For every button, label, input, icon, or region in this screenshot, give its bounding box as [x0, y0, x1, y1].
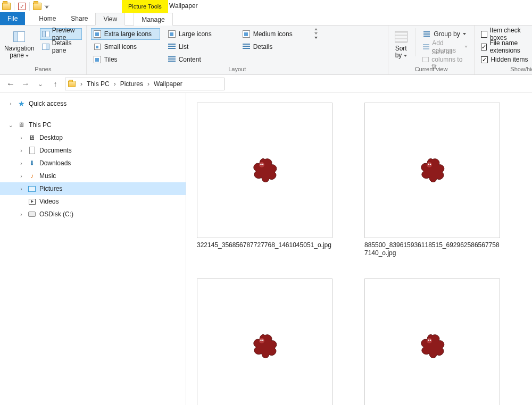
breadcrumb-separator[interactable]: [78, 80, 85, 88]
sort-by-button[interactable]: Sortby: [393, 27, 410, 59]
details-pane-label: Details pane: [52, 39, 80, 54]
tree-desktop[interactable]: 🖥 Desktop: [0, 131, 186, 144]
layout-expand-icon[interactable]: [314, 37, 318, 39]
tree-label: Downloads: [39, 159, 71, 167]
tree-osdisk[interactable]: OSDisk (C:): [0, 208, 186, 221]
chevron-down-icon: [404, 55, 407, 57]
address-bar[interactable]: This PC Pictures Wallpaper: [65, 78, 225, 90]
back-button[interactable]: [5, 79, 16, 89]
hidden-items-label: Hidden items: [491, 56, 528, 63]
separator: [415, 28, 415, 56]
tab-file[interactable]: File: [0, 12, 25, 25]
tree-videos[interactable]: Videos: [0, 195, 186, 208]
history-dropdown[interactable]: [35, 79, 46, 89]
music-icon: ♪: [28, 172, 36, 180]
tab-home[interactable]: Home: [31, 12, 63, 25]
layout-details[interactable]: Details: [240, 41, 309, 53]
tree-label: Documents: [39, 147, 72, 154]
group-by-button[interactable]: Group by: [420, 28, 470, 40]
file-item[interactable]: 1025969_678872562192854_5200167948916129…: [197, 279, 332, 405]
ribbon-group-current-view: Sortby Group by Add columns Size all col…: [388, 26, 475, 74]
small-icons-icon: [93, 43, 102, 51]
disk-icon: [28, 210, 36, 218]
layout-small-icons[interactable]: Small icons: [91, 41, 160, 53]
checkbox-checked-icon: [481, 56, 488, 63]
documents-icon: [28, 146, 36, 155]
ribbon: Navigationpane Preview pane Details pane…: [0, 26, 532, 75]
navigation-pane-button[interactable]: Navigationpane: [4, 27, 35, 59]
breadcrumb-this-pc[interactable]: This PC: [87, 80, 110, 88]
properties-icon[interactable]: ✓: [17, 2, 27, 11]
list-icon: [168, 43, 176, 51]
new-folder-icon[interactable]: [32, 2, 42, 11]
tree-documents[interactable]: Documents: [0, 144, 186, 157]
preview-pane-button[interactable]: Preview pane: [40, 28, 82, 40]
chevron-down-icon: [464, 46, 468, 48]
layout-large-icons[interactable]: Large icons: [165, 28, 235, 40]
layout-medium-label: Medium icons: [253, 30, 293, 38]
navigation-tree: ★ Quick access 🖥 This PC 🖥 Desktop Docum…: [0, 93, 186, 405]
tab-view[interactable]: View: [95, 13, 125, 26]
expand-icon[interactable]: [7, 100, 14, 107]
tree-pictures[interactable]: Pictures: [0, 182, 186, 195]
collapse-icon[interactable]: [7, 122, 14, 128]
tree-label: Pictures: [39, 185, 62, 192]
file-item[interactable]: 1421189_719825894764187_4178926619453368…: [364, 279, 500, 405]
chevron-down-icon: [26, 55, 29, 57]
sort-label2: by: [395, 52, 402, 59]
layout-details-label: Details: [253, 43, 273, 50]
tab-manage[interactable]: Manage: [134, 13, 172, 26]
layout-medium-icons[interactable]: Medium icons: [240, 28, 309, 40]
qat-separator: [14, 2, 14, 11]
placeholder-image-icon: [420, 158, 445, 183]
add-columns-icon: [422, 43, 429, 51]
forward-button[interactable]: [20, 79, 31, 89]
file-name: 322145_356856787727768_1461045051_o.jpg: [197, 241, 332, 249]
layout-list[interactable]: List: [165, 41, 235, 53]
tree-label: Music: [39, 172, 56, 180]
layout-scroll-up-icon[interactable]: [314, 28, 318, 30]
ribbon-group-show-hide: Item check boxes File name extensions Hi…: [475, 26, 532, 74]
breadcrumb-pictures[interactable]: Pictures: [120, 80, 143, 88]
up-button[interactable]: [50, 79, 61, 89]
app-folder-icon[interactable]: [2, 2, 11, 11]
tab-share[interactable]: Share: [63, 12, 95, 25]
hidden-items-toggle[interactable]: Hidden items: [479, 54, 532, 65]
explorer-body: ★ Quick access 🖥 This PC 🖥 Desktop Docum…: [0, 93, 532, 405]
checkbox-icon: [481, 31, 487, 38]
layout-xl-label: Extra large icons: [104, 30, 152, 38]
expand-icon[interactable]: [18, 160, 24, 166]
expand-icon[interactable]: [18, 211, 24, 217]
group-by-label: Group by: [434, 30, 460, 38]
breadcrumb-separator[interactable]: [112, 80, 118, 88]
group-label-layout: Layout: [91, 66, 384, 74]
window-title: Wallpaper: [169, 2, 198, 10]
layout-content[interactable]: Content: [165, 54, 235, 65]
group-label-panes: Panes: [4, 66, 82, 74]
size-columns-button[interactable]: Size all columns to fit: [420, 54, 470, 65]
expand-icon[interactable]: [18, 185, 24, 192]
details-icon: [242, 43, 251, 51]
tree-music[interactable]: ♪ Music: [0, 170, 186, 182]
tree-downloads[interactable]: ⬇ Downloads: [0, 157, 186, 170]
file-thumbnail: [197, 279, 332, 405]
file-item[interactable]: 322145_356856787727768_1461045051_o.jpg: [197, 103, 332, 257]
file-item[interactable]: 885500_839615936118515_69296258656775871…: [364, 103, 500, 257]
layout-tiles[interactable]: Tiles: [91, 54, 160, 65]
item-check-boxes-toggle[interactable]: Item check boxes: [479, 28, 532, 40]
placeholder-image-icon: [420, 334, 445, 359]
layout-extra-large-icons[interactable]: Extra large icons: [91, 28, 160, 40]
breadcrumb-wallpaper[interactable]: Wallpaper: [154, 80, 182, 88]
file-thumbnail: [364, 279, 500, 405]
expand-icon[interactable]: [18, 147, 24, 154]
tree-quick-access[interactable]: ★ Quick access: [0, 97, 186, 110]
file-extensions-toggle[interactable]: File name extensions: [479, 41, 532, 53]
details-pane-button[interactable]: Details pane: [40, 41, 82, 53]
content-area[interactable]: 322145_356856787727768_1461045051_o.jpg …: [186, 93, 532, 405]
qat-overflow-button[interactable]: [44, 2, 50, 11]
address-folder-icon: [68, 80, 76, 88]
expand-icon[interactable]: [18, 173, 24, 179]
breadcrumb-separator[interactable]: [145, 80, 152, 88]
tree-this-pc[interactable]: 🖥 This PC: [0, 119, 186, 131]
expand-icon[interactable]: [18, 134, 24, 141]
